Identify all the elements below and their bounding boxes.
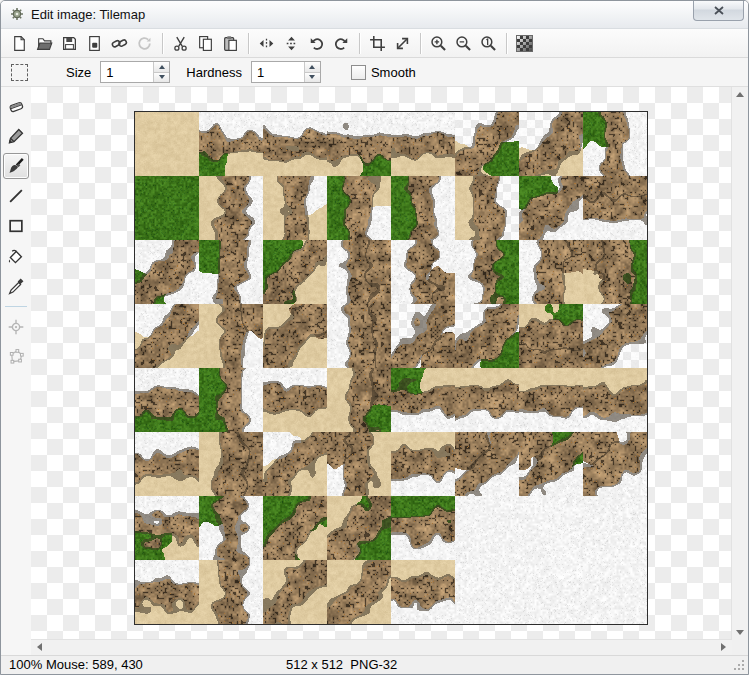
scroll-down-icon[interactable] (736, 630, 744, 635)
zoom-original-button[interactable] (476, 31, 501, 56)
save-copy-button[interactable] (82, 31, 107, 56)
vertical-scrollbar[interactable] (731, 87, 748, 640)
tool-options-bar: Size Hardness Smooth (1, 58, 748, 87)
main-toolbar (1, 29, 748, 58)
move-vertical-button[interactable] (279, 31, 304, 56)
fill-bucket-icon (7, 247, 25, 265)
brush-tool-button[interactable] (3, 153, 29, 179)
size-label: Size (66, 65, 91, 80)
smooth-checkbox[interactable] (351, 65, 366, 80)
scroll-right-icon[interactable] (721, 643, 726, 651)
size-input[interactable] (101, 62, 153, 82)
tilemap-canvas[interactable] (135, 112, 647, 624)
scroll-up-icon[interactable] (736, 92, 744, 97)
zoom-out-icon (455, 35, 472, 52)
zoom-in-button[interactable] (426, 31, 451, 56)
horizontal-scrollbar[interactable] (31, 639, 732, 655)
undo-icon (308, 35, 325, 52)
color-picker-icon (7, 277, 25, 295)
cut-icon (172, 35, 189, 52)
pattern-fill-button[interactable] (512, 31, 537, 56)
open-folder-icon (36, 35, 53, 52)
resize-icon (394, 35, 411, 52)
cut-button[interactable] (168, 31, 193, 56)
move-horizontal-icon (258, 35, 275, 52)
undo-button[interactable] (304, 31, 329, 56)
save-copy-icon (86, 35, 103, 52)
new-file-icon (11, 35, 28, 52)
toolbar-separator (420, 33, 421, 54)
tool-palette (1, 87, 31, 640)
toolbar-separator (248, 33, 249, 54)
smooth-label: Smooth (371, 65, 416, 80)
size-spinner (100, 61, 170, 83)
polygon-icon (7, 348, 25, 366)
copy-button[interactable] (193, 31, 218, 56)
line-icon (7, 187, 25, 205)
redo-icon (333, 35, 350, 52)
rectangle-tool-button[interactable] (3, 213, 29, 239)
scroll-left-icon[interactable] (37, 643, 42, 651)
eraser-icon (7, 97, 25, 115)
close-button[interactable] (693, 0, 744, 21)
marquee-icon (11, 64, 28, 81)
brush-icon (7, 157, 25, 175)
toolbar-separator (506, 33, 507, 54)
pencil-tool-button[interactable] (3, 123, 29, 149)
new-button[interactable] (7, 31, 32, 56)
refresh-button (132, 31, 157, 56)
save-button[interactable] (57, 31, 82, 56)
eraser-tool-button[interactable] (3, 93, 29, 119)
line-tool-button[interactable] (3, 183, 29, 209)
crop-button[interactable] (365, 31, 390, 56)
edit-image-dialog: Edit image: Tilemap (0, 0, 749, 675)
link-button[interactable] (107, 31, 132, 56)
color-picker-tool-button[interactable] (3, 273, 29, 299)
resize-grip-icon[interactable] (734, 660, 746, 672)
crosshair-tool-button (3, 314, 29, 340)
pattern-fill-icon (516, 35, 533, 52)
canvas-viewport[interactable] (31, 87, 732, 640)
hardness-spin-up[interactable] (305, 62, 320, 72)
toolbar-separator (162, 33, 163, 54)
editor-content (1, 87, 748, 640)
copy-icon (197, 35, 214, 52)
gear-icon (9, 6, 25, 22)
mouse-position: Mouse: 589, 430 (46, 656, 143, 674)
hardness-input[interactable] (252, 62, 304, 82)
window-title: Edit image: Tilemap (31, 1, 145, 28)
save-icon (61, 35, 78, 52)
zoom-level: 100% (9, 656, 42, 674)
close-icon (714, 6, 724, 15)
paste-button[interactable] (218, 31, 243, 56)
move-vertical-icon (283, 35, 300, 52)
size-spin-down[interactable] (154, 72, 169, 83)
scrollbar-corner (1, 640, 31, 655)
crop-icon (369, 35, 386, 52)
link-icon (111, 35, 128, 52)
size-spin-up[interactable] (154, 62, 169, 72)
redo-button[interactable] (329, 31, 354, 56)
zoom-out-button[interactable] (451, 31, 476, 56)
move-horizontal-button[interactable] (254, 31, 279, 56)
paste-icon (222, 35, 239, 52)
titlebar[interactable]: Edit image: Tilemap (1, 1, 748, 29)
toolbar-separator (359, 33, 360, 54)
open-button[interactable] (32, 31, 57, 56)
crosshair-icon (7, 318, 25, 336)
refresh-icon (136, 35, 153, 52)
image-info: 512 x 512 PNG-32 (286, 656, 397, 674)
hardness-spinner (251, 61, 321, 83)
statusbar: 100% Mouse: 589, 430 512 x 512 PNG-32 (1, 655, 748, 674)
rectangle-icon (7, 217, 25, 235)
hardness-spin-down[interactable] (305, 72, 320, 83)
image-frame (134, 111, 648, 625)
polygon-tool-button (3, 344, 29, 370)
zoom-original-icon (480, 35, 497, 52)
palette-separator (5, 306, 27, 307)
resize-button[interactable] (390, 31, 415, 56)
pencil-icon (7, 127, 25, 145)
hardness-label: Hardness (186, 65, 242, 80)
fill-tool-button[interactable] (3, 243, 29, 269)
zoom-in-icon (430, 35, 447, 52)
